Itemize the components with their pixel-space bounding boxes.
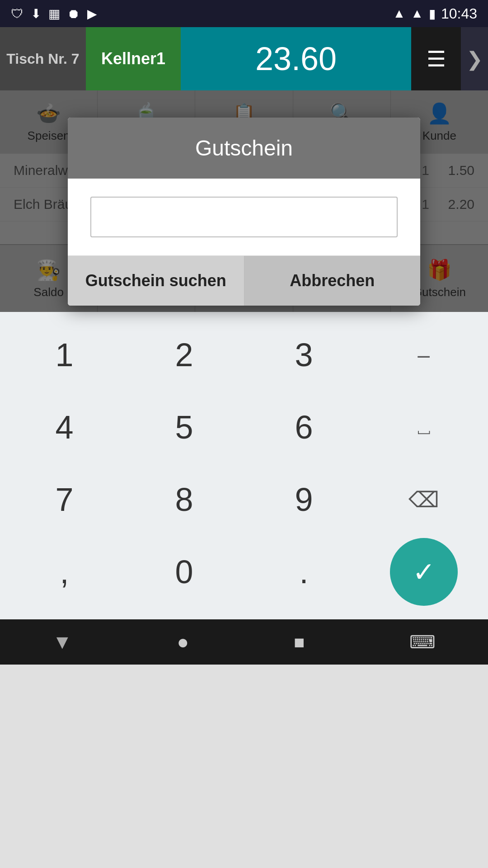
modal-overlay: Gutschein Gutschein suchen Abbrechen (0, 90, 488, 312)
chevron-right-icon: ❯ (466, 47, 483, 71)
time-display: 10:43 (441, 5, 477, 22)
key-9[interactable]: 9 (244, 466, 364, 533)
header-bar: Tisch Nr. 7 Kellner1 23.60 ☰ ❯ (0, 27, 488, 90)
modal-body (68, 179, 420, 255)
key-6[interactable]: 6 (244, 393, 364, 461)
back-button[interactable]: ▼ (52, 631, 72, 653)
next-button[interactable]: ❯ (461, 27, 488, 90)
navigation-bar: ▼ ● ■ ⌨ (0, 619, 488, 665)
key-8[interactable]: 8 (124, 466, 244, 533)
search-button[interactable]: Gutschein suchen (68, 256, 244, 306)
gutschein-input[interactable] (90, 197, 398, 237)
recents-button[interactable]: ■ (294, 632, 305, 652)
confirm-key-wrapper: ✓ (364, 538, 483, 606)
keyboard: 1 2 3 – 4 5 6 ⎵ 7 8 9 ⌫ , 0 . ✓ (0, 312, 488, 619)
home-button[interactable]: ● (177, 631, 189, 653)
download-icon: ⬇ (31, 6, 41, 21)
keyboard-row-3: 7 8 9 ⌫ (5, 466, 483, 533)
key-minus[interactable]: – (364, 321, 483, 389)
menu-button[interactable]: ☰ (411, 27, 461, 90)
keyboard-button[interactable]: ⌨ (409, 632, 436, 652)
key-comma[interactable]: , (5, 538, 124, 606)
keyboard-row-2: 4 5 6 ⎵ (5, 393, 483, 461)
wifi-icon: ▲ (393, 6, 405, 21)
key-5[interactable]: 5 (124, 393, 244, 461)
modal-title: Gutschein (195, 136, 293, 160)
table-label[interactable]: Tisch Nr. 7 (0, 27, 86, 90)
battery-icon: ▮ (429, 6, 436, 21)
keyboard-row-4: , 0 . ✓ (5, 538, 483, 606)
keyboard-row-1: 1 2 3 – (5, 321, 483, 389)
key-7[interactable]: 7 (5, 466, 124, 533)
key-confirm[interactable]: ✓ (390, 538, 458, 606)
play-icon: ▶ (87, 6, 97, 21)
key-3[interactable]: 3 (244, 321, 364, 389)
modal-header: Gutschein (68, 118, 420, 179)
record-icon: ⏺ (67, 6, 80, 21)
modal-footer: Gutschein suchen Abbrechen (68, 255, 420, 306)
status-icons: 🛡 ⬇ ▦ ⏺ ▶ (11, 6, 97, 21)
gutschein-modal: Gutschein Gutschein suchen Abbrechen (68, 118, 420, 306)
status-right: ▲ ▲ ▮ 10:43 (393, 5, 477, 22)
key-dot[interactable]: . (244, 538, 364, 606)
total-amount: 23.60 (181, 27, 411, 90)
signal-icon: ▲ (411, 6, 423, 21)
shield-icon: 🛡 (11, 6, 23, 21)
key-4[interactable]: 4 (5, 393, 124, 461)
cancel-button[interactable]: Abbrechen (244, 256, 421, 306)
waiter-label[interactable]: Kellner1 (86, 27, 181, 90)
key-2[interactable]: 2 (124, 321, 244, 389)
key-space[interactable]: ⎵ (364, 393, 483, 461)
sim-icon: ▦ (48, 6, 60, 21)
status-bar: 🛡 ⬇ ▦ ⏺ ▶ ▲ ▲ ▮ 10:43 (0, 0, 488, 27)
hamburger-icon: ☰ (427, 46, 446, 71)
key-backspace[interactable]: ⌫ (364, 466, 483, 533)
key-0[interactable]: 0 (124, 538, 244, 606)
key-1[interactable]: 1 (5, 321, 124, 389)
